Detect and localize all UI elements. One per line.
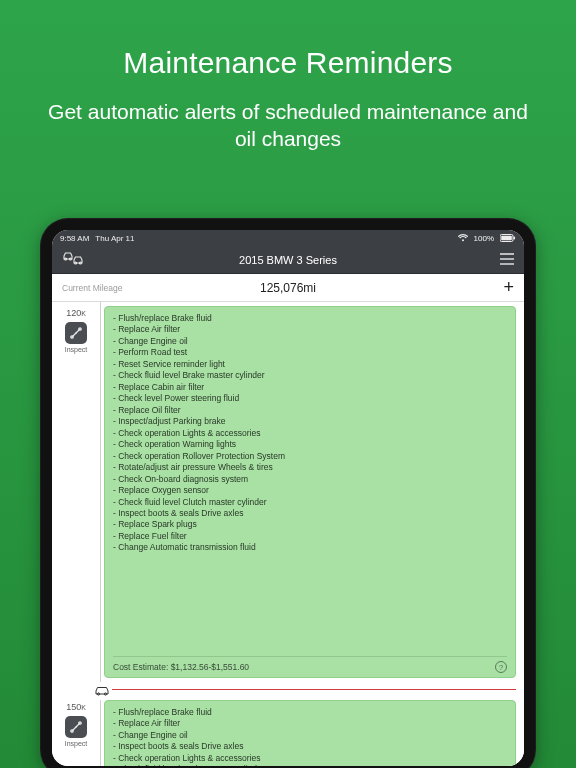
svg-rect-1 (501, 236, 512, 241)
service-items: - Flush/replace Brake fluid - Replace Ai… (113, 313, 507, 554)
current-mileage-marker (52, 682, 524, 696)
list-item: - Change Engine oil (113, 336, 507, 347)
ios-statusbar: 9:58 AM Thu Apr 11 100% (52, 230, 524, 246)
inspect-label: Inspect (65, 346, 88, 353)
list-item: - Replace Air filter (113, 718, 507, 729)
list-item: - Reset Service reminder light (113, 359, 507, 370)
app-screen: 9:58 AM Thu Apr 11 100% (52, 230, 524, 766)
inspect-label: Inspect (65, 740, 88, 747)
inspect-icon[interactable] (65, 322, 87, 344)
list-item: - Check fluid level Brake master cylinde… (113, 370, 507, 381)
add-button[interactable]: + (503, 277, 514, 298)
status-time: 9:58 AM (60, 234, 89, 243)
list-item: - Replace Spark plugs (113, 519, 507, 530)
list-item: - Inspect boots & seals Drive axles (113, 508, 507, 519)
menu-icon[interactable] (500, 251, 514, 269)
status-date: Thu Apr 11 (95, 234, 134, 243)
wifi-icon (458, 234, 468, 242)
app-navbar: 2015 BMW 3 Series (52, 246, 524, 274)
cost-estimate: Cost Estimate: $1,132.56-$1,551.60 (113, 662, 249, 672)
promo-subhead: Get automatic alerts of scheduled mainte… (0, 80, 576, 153)
list-item: - Check operation Lights & accessories (113, 753, 507, 764)
list-item: - Check level Power steering fluid (113, 393, 507, 404)
timeline[interactable]: 120K Inspect - Flush/replace Brake fluid… (52, 302, 524, 766)
list-item: - Inspect/adjust Parking brake (113, 416, 507, 427)
list-item: - Replace Air filter (113, 324, 507, 335)
tablet-frame: 9:58 AM Thu Apr 11 100% (40, 218, 536, 768)
battery-icon (500, 234, 516, 242)
list-item: - Check operation Lights & accessories (113, 428, 507, 439)
list-item: - Check operation Warning lights (113, 439, 507, 450)
promo-headline: Maintenance Reminders (0, 0, 576, 80)
list-item: - Check fluid level Brake master cylinde… (113, 764, 507, 766)
navbar-title: 2015 BMW 3 Series (52, 254, 524, 266)
milestone-label: 150K (66, 702, 86, 712)
list-item: - Flush/replace Brake fluid (113, 707, 507, 718)
list-item: - Inspect boots & seals Drive axles (113, 741, 507, 752)
current-mileage-row: Current Mileage 125,076mi + (52, 274, 524, 302)
service-card[interactable]: - Flush/replace Brake fluid - Replace Ai… (104, 700, 516, 766)
service-card[interactable]: - Flush/replace Brake fluid - Replace Ai… (104, 306, 516, 678)
list-item: - Change Automatic transmission fluid (113, 542, 507, 553)
list-item: - Check On-board diagnosis system (113, 474, 507, 485)
list-item: - Check operation Rollover Protection Sy… (113, 451, 507, 462)
inspect-icon[interactable] (65, 716, 87, 738)
service-section: 120K Inspect - Flush/replace Brake fluid… (52, 302, 524, 682)
list-item: - Check fluid level Clutch master cylind… (113, 497, 507, 508)
list-item: - Replace Oil filter (113, 405, 507, 416)
service-items: - Flush/replace Brake fluid - Replace Ai… (113, 707, 507, 766)
list-item: - Perform Road test (113, 347, 507, 358)
list-item: - Replace Oxygen sensor (113, 485, 507, 496)
list-item: - Replace Cabin air filter (113, 382, 507, 393)
battery-pct: 100% (474, 234, 494, 243)
current-mileage-value[interactable]: 125,076mi (52, 281, 524, 295)
list-item: - Flush/replace Brake fluid (113, 313, 507, 324)
list-item: - Rotate/adjust air pressure Wheels & ti… (113, 462, 507, 473)
service-section: 150K Inspect - Flush/replace Brake fluid… (52, 696, 524, 766)
list-item: - Replace Fuel filter (113, 531, 507, 542)
help-icon[interactable]: ? (495, 661, 507, 673)
milestone-label: 120K (66, 308, 86, 318)
svg-rect-2 (514, 237, 516, 240)
list-item: - Change Engine oil (113, 730, 507, 741)
